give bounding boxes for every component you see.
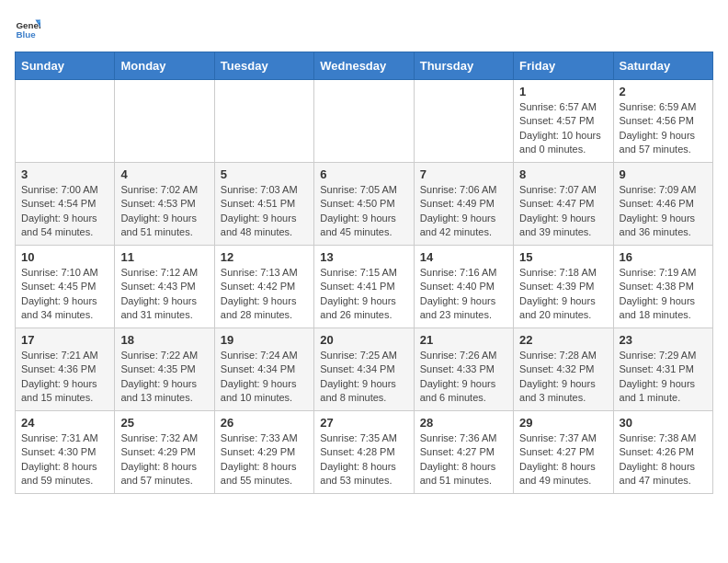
day-number: 18 (120, 333, 208, 347)
day-number: 16 (620, 250, 707, 264)
day-info: Sunrise: 7:16 AM Sunset: 4:40 PM Dayligh… (420, 266, 507, 323)
day-info: Sunrise: 7:19 AM Sunset: 4:38 PM Dayligh… (620, 266, 707, 323)
day-header-sunday: Sunday (16, 52, 115, 80)
day-info: Sunrise: 7:28 AM Sunset: 4:32 PM Dayligh… (519, 349, 607, 406)
day-number: 12 (221, 250, 308, 264)
day-number: 9 (620, 167, 707, 181)
logo-icon: General Blue (15, 15, 40, 40)
day-header-thursday: Thursday (414, 52, 513, 80)
day-number: 30 (620, 416, 707, 430)
day-number: 5 (221, 167, 308, 181)
calendar-body: 1Sunrise: 6:57 AM Sunset: 4:57 PM Daylig… (16, 80, 713, 494)
day-number: 15 (519, 250, 607, 264)
day-info: Sunrise: 7:36 AM Sunset: 4:27 PM Dayligh… (420, 431, 507, 488)
calendar-cell: 9Sunrise: 7:09 AM Sunset: 4:46 PM Daylig… (613, 163, 712, 246)
calendar-cell: 2Sunrise: 6:59 AM Sunset: 4:56 PM Daylig… (613, 80, 712, 163)
calendar-cell (16, 80, 115, 163)
day-info: Sunrise: 7:18 AM Sunset: 4:39 PM Dayligh… (519, 266, 607, 323)
day-number: 4 (120, 167, 208, 181)
day-info: Sunrise: 7:06 AM Sunset: 4:49 PM Dayligh… (420, 183, 507, 240)
day-info: Sunrise: 7:15 AM Sunset: 4:41 PM Dayligh… (320, 266, 407, 323)
day-info: Sunrise: 7:02 AM Sunset: 4:53 PM Dayligh… (120, 183, 208, 240)
day-info: Sunrise: 7:22 AM Sunset: 4:35 PM Dayligh… (120, 349, 208, 406)
calendar-cell: 30Sunrise: 7:38 AM Sunset: 4:26 PM Dayli… (613, 411, 712, 494)
day-info: Sunrise: 6:57 AM Sunset: 4:57 PM Dayligh… (519, 100, 607, 157)
calendar-cell (414, 80, 513, 163)
calendar-cell: 19Sunrise: 7:24 AM Sunset: 4:34 PM Dayli… (214, 328, 313, 411)
calendar-cell: 7Sunrise: 7:06 AM Sunset: 4:49 PM Daylig… (414, 163, 513, 246)
calendar-cell: 12Sunrise: 7:13 AM Sunset: 4:42 PM Dayli… (214, 246, 313, 328)
calendar-cell (115, 80, 214, 163)
day-number: 20 (320, 333, 407, 347)
day-number: 25 (120, 416, 208, 430)
calendar-cell: 24Sunrise: 7:31 AM Sunset: 4:30 PM Dayli… (16, 411, 115, 494)
calendar-cell: 27Sunrise: 7:35 AM Sunset: 4:28 PM Dayli… (314, 411, 414, 494)
calendar-cell: 29Sunrise: 7:37 AM Sunset: 4:27 PM Dayli… (514, 411, 613, 494)
logo: General Blue (15, 15, 44, 40)
day-info: Sunrise: 7:03 AM Sunset: 4:51 PM Dayligh… (221, 183, 308, 240)
day-info: Sunrise: 7:33 AM Sunset: 4:29 PM Dayligh… (221, 431, 308, 488)
day-info: Sunrise: 7:10 AM Sunset: 4:45 PM Dayligh… (21, 266, 108, 323)
day-info: Sunrise: 7:35 AM Sunset: 4:28 PM Dayligh… (320, 431, 407, 488)
calendar-week-5: 24Sunrise: 7:31 AM Sunset: 4:30 PM Dayli… (16, 411, 713, 494)
day-number: 7 (420, 167, 507, 181)
day-info: Sunrise: 7:37 AM Sunset: 4:27 PM Dayligh… (519, 431, 607, 488)
day-header-friday: Friday (514, 52, 613, 80)
day-header-wednesday: Wednesday (314, 52, 414, 80)
day-info: Sunrise: 7:00 AM Sunset: 4:54 PM Dayligh… (21, 183, 108, 240)
calendar-cell: 18Sunrise: 7:22 AM Sunset: 4:35 PM Dayli… (115, 328, 214, 411)
day-info: Sunrise: 7:05 AM Sunset: 4:50 PM Dayligh… (320, 183, 407, 240)
day-number: 17 (21, 333, 108, 347)
day-info: Sunrise: 7:13 AM Sunset: 4:42 PM Dayligh… (221, 266, 308, 323)
svg-text:Blue: Blue (16, 29, 36, 40)
day-info: Sunrise: 7:26 AM Sunset: 4:33 PM Dayligh… (420, 349, 507, 406)
day-number: 21 (420, 333, 507, 347)
day-header-saturday: Saturday (613, 52, 712, 80)
calendar-cell: 25Sunrise: 7:32 AM Sunset: 4:29 PM Dayli… (115, 411, 214, 494)
calendar-cell: 14Sunrise: 7:16 AM Sunset: 4:40 PM Dayli… (414, 246, 513, 328)
day-number: 26 (221, 416, 308, 430)
calendar-week-4: 17Sunrise: 7:21 AM Sunset: 4:36 PM Dayli… (16, 328, 713, 411)
day-number: 11 (120, 250, 208, 264)
calendar-cell: 20Sunrise: 7:25 AM Sunset: 4:34 PM Dayli… (314, 328, 414, 411)
calendar-cell: 28Sunrise: 7:36 AM Sunset: 4:27 PM Dayli… (414, 411, 513, 494)
calendar-cell: 6Sunrise: 7:05 AM Sunset: 4:50 PM Daylig… (314, 163, 414, 246)
day-number: 22 (519, 333, 607, 347)
day-info: Sunrise: 7:07 AM Sunset: 4:47 PM Dayligh… (519, 183, 607, 240)
calendar-cell (314, 80, 414, 163)
day-number: 3 (21, 167, 108, 181)
day-number: 2 (620, 85, 707, 98)
day-number: 13 (320, 250, 407, 264)
day-number: 27 (320, 416, 407, 430)
day-number: 28 (420, 416, 507, 430)
day-number: 10 (21, 250, 108, 264)
day-info: Sunrise: 7:31 AM Sunset: 4:30 PM Dayligh… (21, 431, 108, 488)
calendar-cell: 11Sunrise: 7:12 AM Sunset: 4:43 PM Dayli… (115, 246, 214, 328)
calendar-cell: 16Sunrise: 7:19 AM Sunset: 4:38 PM Dayli… (613, 246, 712, 328)
day-info: Sunrise: 7:24 AM Sunset: 4:34 PM Dayligh… (221, 349, 308, 406)
day-header-tuesday: Tuesday (214, 52, 313, 80)
calendar-cell: 8Sunrise: 7:07 AM Sunset: 4:47 PM Daylig… (514, 163, 613, 246)
day-info: Sunrise: 6:59 AM Sunset: 4:56 PM Dayligh… (620, 100, 707, 157)
calendar-cell: 1Sunrise: 6:57 AM Sunset: 4:57 PM Daylig… (514, 80, 613, 163)
calendar-cell: 5Sunrise: 7:03 AM Sunset: 4:51 PM Daylig… (214, 163, 313, 246)
day-info: Sunrise: 7:29 AM Sunset: 4:31 PM Dayligh… (620, 349, 707, 406)
day-info: Sunrise: 7:38 AM Sunset: 4:26 PM Dayligh… (620, 431, 707, 488)
calendar-table: SundayMondayTuesdayWednesdayThursdayFrid… (15, 52, 713, 494)
day-header-monday: Monday (115, 52, 214, 80)
calendar-cell: 21Sunrise: 7:26 AM Sunset: 4:33 PM Dayli… (414, 328, 513, 411)
calendar-week-3: 10Sunrise: 7:10 AM Sunset: 4:45 PM Dayli… (16, 246, 713, 328)
calendar-cell (214, 80, 313, 163)
calendar-cell: 10Sunrise: 7:10 AM Sunset: 4:45 PM Dayli… (16, 246, 115, 328)
day-info: Sunrise: 7:12 AM Sunset: 4:43 PM Dayligh… (120, 266, 208, 323)
page-header: General Blue (15, 15, 713, 40)
calendar-cell: 13Sunrise: 7:15 AM Sunset: 4:41 PM Dayli… (314, 246, 414, 328)
calendar-cell: 3Sunrise: 7:00 AM Sunset: 4:54 PM Daylig… (16, 163, 115, 246)
calendar-week-1: 1Sunrise: 6:57 AM Sunset: 4:57 PM Daylig… (16, 80, 713, 163)
day-number: 29 (519, 416, 607, 430)
calendar-cell: 15Sunrise: 7:18 AM Sunset: 4:39 PM Dayli… (514, 246, 613, 328)
day-number: 19 (221, 333, 308, 347)
day-number: 6 (320, 167, 407, 181)
calendar-cell: 26Sunrise: 7:33 AM Sunset: 4:29 PM Dayli… (214, 411, 313, 494)
day-number: 24 (21, 416, 108, 430)
